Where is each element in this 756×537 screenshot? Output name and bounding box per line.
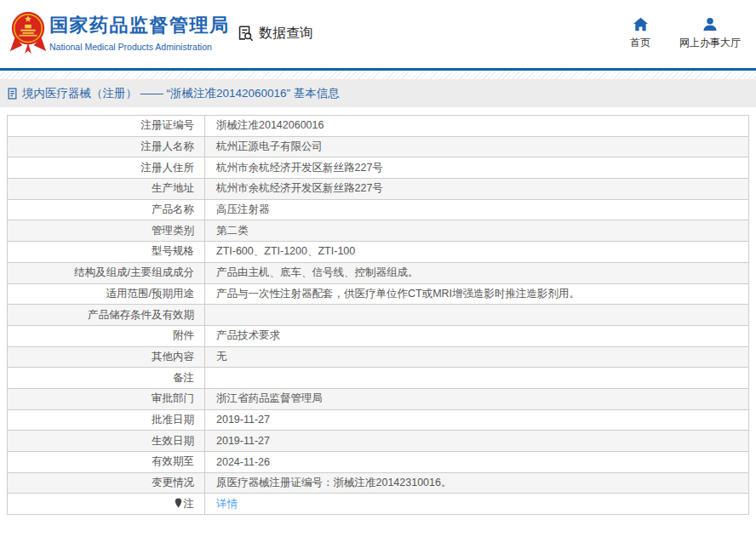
table-row: 型号规格ZTI-600、ZTI-1200、ZTI-100 — [8, 242, 749, 263]
nav-home-label: 首页 — [630, 36, 650, 50]
table-row: 注册证编号浙械注准20142060016 — [8, 116, 749, 137]
row-label: 适用范围/预期用途 — [8, 283, 205, 305]
document-icon — [7, 88, 18, 100]
pin-icon — [174, 498, 183, 511]
top-nav: 首页 网上办事大厅 — [630, 17, 741, 50]
row-label: 批准日期 — [8, 409, 205, 431]
row-value: 杭州市余杭经济开发区新丝路227号 — [205, 179, 749, 200]
row-value: ZTI-600、ZTI-1200、ZTI-100 — [205, 242, 749, 263]
row-value: 第二类 — [205, 220, 749, 242]
document-search-icon — [236, 24, 255, 43]
table-row: 附件产品技术要求 — [8, 325, 749, 346]
breadcrumb-text: 境内医疗器械（注册） —— “浙械注准20142060016” 基本信息 — [22, 86, 340, 101]
site-subtitle: National Medical Products Administration — [49, 42, 230, 52]
row-value: 无 — [205, 346, 749, 368]
row-label: 注 — [8, 494, 205, 515]
row-label: 注册人住所 — [8, 157, 205, 179]
title-block: 国家药品监督管理局 National Medical Products Admi… — [49, 13, 230, 52]
table-row: 有效期至2024-11-26 — [8, 452, 749, 473]
data-query-nav[interactable]: 数据查询 — [236, 24, 313, 43]
table-row: 生产地址杭州市余杭经济开发区新丝路227号 — [8, 179, 749, 200]
table-row: 注详情 — [8, 494, 749, 515]
nav-home[interactable]: 首页 — [630, 17, 650, 50]
table-row: 适用范围/预期用途产品与一次性注射器配套，供医疗单位作CT或MRI增强造影时推注… — [8, 283, 749, 305]
national-emblem-logo — [9, 9, 48, 55]
user-icon — [702, 17, 718, 31]
row-label: 型号规格 — [8, 242, 205, 263]
table-row: 产品储存条件及有效期 — [8, 305, 749, 326]
row-value: 杭州市余杭经济开发区新丝路227号 — [205, 157, 749, 179]
row-value: 产品技术要求 — [205, 325, 749, 346]
home-icon — [633, 17, 649, 31]
row-value: 2024-11-26 — [205, 452, 749, 473]
row-label: 有效期至 — [8, 452, 205, 473]
row-label: 产品储存条件及有效期 — [8, 305, 205, 326]
table-row: 批准日期2019-11-27 — [8, 409, 749, 431]
row-value: 浙江省药品监督管理局 — [205, 388, 749, 409]
nav-hall-label: 网上办事大厅 — [679, 36, 741, 50]
table-row: 其他内容无 — [8, 346, 749, 368]
info-table: 注册证编号浙械注准20142060016注册人名称杭州正源电子有限公司注册人住所… — [7, 115, 749, 515]
row-label: 生效日期 — [8, 431, 205, 452]
row-label: 生产地址 — [8, 179, 205, 200]
row-value: 产品与一次性注射器配套，供医疗单位作CT或MRI增强造影时推注造影剂用。 — [205, 283, 749, 305]
row-value — [205, 368, 749, 389]
row-value: 2019-11-27 — [205, 409, 749, 431]
table-row: 备注 — [8, 368, 749, 389]
row-label: 结构及组成/主要组成成分 — [8, 262, 205, 283]
table-row: 变更情况原医疗器械注册证编号：浙械注准20142310016。 — [8, 472, 749, 494]
row-label: 管理类别 — [8, 220, 205, 242]
row-label: 变更情况 — [8, 472, 205, 494]
breadcrumb: 境内医疗器械（注册） —— “浙械注准20142060016” 基本信息 — [0, 79, 756, 107]
row-label: 附件 — [8, 325, 205, 346]
table-row: 注册人住所杭州市余杭经济开发区新丝路227号 — [8, 157, 749, 179]
row-value: 高压注射器 — [205, 199, 749, 220]
row-label: 注册证编号 — [8, 116, 205, 137]
table-row: 产品名称高压注射器 — [8, 199, 749, 220]
table-row: 管理类别第二类 — [8, 220, 749, 242]
row-label: 注册人名称 — [8, 136, 205, 157]
data-query-label: 数据查询 — [259, 25, 313, 43]
row-label: 其他内容 — [8, 346, 205, 368]
site-title: 国家药品监督管理局 — [49, 13, 230, 38]
row-value: 原医疗器械注册证编号：浙械注准20142310016。 — [205, 472, 749, 494]
table-row: 结构及组成/主要组成成分产品由主机、底车、信号线、控制器组成。 — [8, 262, 749, 283]
row-label: 审批部门 — [8, 388, 205, 409]
row-value: 杭州正源电子有限公司 — [205, 136, 749, 157]
row-value: 浙械注准20142060016 — [205, 116, 749, 137]
table-row: 注册人名称杭州正源电子有限公司 — [8, 136, 749, 157]
row-value: 详情 — [205, 494, 749, 515]
table-row: 生效日期2019-11-27 — [8, 431, 749, 452]
row-label: 备注 — [8, 368, 205, 389]
row-value — [205, 305, 749, 326]
hatch-band — [0, 71, 756, 79]
row-label: 产品名称 — [8, 199, 205, 220]
detail-link[interactable]: 详情 — [216, 498, 238, 510]
row-value: 2019-11-27 — [205, 431, 749, 452]
site-header: 国家药品监督管理局 National Medical Products Admi… — [0, 0, 756, 68]
nav-service-hall[interactable]: 网上办事大厅 — [679, 17, 741, 50]
table-row: 审批部门浙江省药品监督管理局 — [8, 388, 749, 409]
row-value: 产品由主机、底车、信号线、控制器组成。 — [205, 262, 749, 283]
